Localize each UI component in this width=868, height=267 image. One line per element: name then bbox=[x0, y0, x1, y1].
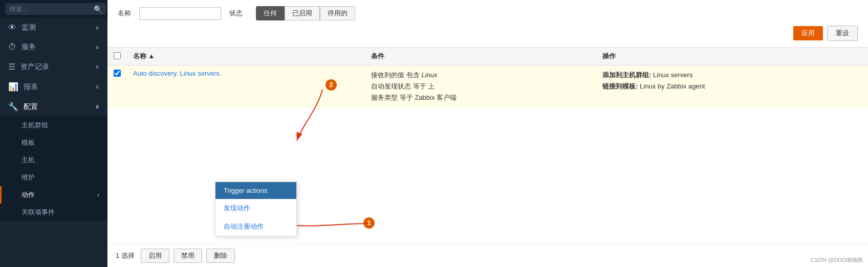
sidebar-item-report[interactable]: 📊 报表 ∨ bbox=[0, 77, 107, 97]
watermark: CSDN @DDD嘀嘀商 bbox=[811, 256, 863, 264]
condition-line: 接收到的值 包含 Linux bbox=[371, 70, 590, 81]
filter-bar: 名称 状态 任何 已启用 停用的 应用 重设 bbox=[107, 0, 868, 48]
sidebar-item-corr-events[interactable]: 关联项事件 bbox=[0, 204, 107, 221]
filter-row-2: 应用 重设 bbox=[118, 26, 858, 41]
submenu-label: 维护 bbox=[21, 173, 35, 182]
annotation-badge-2: 2 bbox=[326, 79, 337, 91]
sidebar-item-label: 报表 bbox=[24, 82, 38, 92]
status-filter-label: 状态 bbox=[229, 9, 243, 18]
sidebar-item-hosts[interactable]: 主机 bbox=[0, 151, 107, 169]
row-checkbox-cell bbox=[107, 65, 127, 108]
enable-button[interactable]: 启用 bbox=[141, 249, 169, 263]
sidebar: 🔍 👁 监测 ∨ ⏱ 服务 ∨ ☰ 资产记录 ∨ 📊 报表 ∨ 🔧 配置 ∧ 主… bbox=[0, 0, 107, 267]
config-icon: 🔧 bbox=[8, 102, 18, 112]
actions-table: 名称 ▲ 条件 操作 Auto discovery. Linu bbox=[107, 48, 868, 108]
header-operations-label: 操作 bbox=[602, 52, 616, 60]
disable-button[interactable]: 禁用 bbox=[173, 249, 202, 263]
main-content: 名称 状态 任何 已启用 停用的 应用 重设 名称 ▲ bbox=[107, 0, 868, 267]
service-icon: ⏱ bbox=[8, 42, 16, 52]
sidebar-item-label: 配置 bbox=[24, 102, 38, 112]
apply-button[interactable]: 应用 bbox=[793, 26, 823, 40]
sidebar-item-host-groups[interactable]: 主机群组 bbox=[0, 117, 107, 134]
chevron-down-icon: ∨ bbox=[95, 63, 99, 70]
sidebar-item-monitor[interactable]: 👁 监测 ∨ bbox=[0, 18, 107, 37]
search-bar[interactable]: 🔍 bbox=[0, 0, 107, 18]
select-count: 1 选择 bbox=[116, 251, 135, 260]
actions-dropdown: Trigger actions 发现动作 自动注册动作 bbox=[215, 182, 297, 236]
header-checkbox-col bbox=[107, 48, 127, 65]
sidebar-item-service[interactable]: ⏱ 服务 ∨ bbox=[0, 37, 107, 57]
dropdown-item-autoreg[interactable]: 自动注册动作 bbox=[215, 217, 296, 236]
status-btn-disabled[interactable]: 停用的 bbox=[320, 6, 355, 20]
delete-button[interactable]: 删除 bbox=[206, 249, 235, 263]
name-filter-input[interactable] bbox=[139, 7, 221, 20]
name-filter-label: 名称 bbox=[118, 9, 131, 18]
chevron-down-icon: ∨ bbox=[95, 25, 99, 31]
operation-line: 添加到主机群组: Linux servers bbox=[602, 70, 862, 81]
sidebar-item-label: 监测 bbox=[21, 23, 36, 32]
sidebar-item-label: 服务 bbox=[21, 42, 36, 52]
select-all-checkbox[interactable] bbox=[114, 52, 121, 59]
dropdown-item-trigger[interactable]: Trigger actions bbox=[215, 182, 296, 199]
condition-line: 自动发现状态 等于 上 bbox=[371, 81, 590, 92]
table-body: Auto discovery. Linux servers. 接收到的值 包含 … bbox=[107, 65, 868, 108]
submenu-label: 关联项事件 bbox=[21, 208, 55, 217]
submenu-label: 动作 bbox=[21, 190, 35, 199]
header-operations-col: 操作 bbox=[596, 48, 868, 65]
row-operations-cell: 添加到主机群组: Linux servers 链接到模板: Linux by Z… bbox=[596, 65, 868, 108]
reset-button[interactable]: 重设 bbox=[827, 26, 858, 41]
condition-line: 服务类型 等于 Zabbix 客户端 bbox=[371, 92, 590, 103]
header-conditions-label: 条件 bbox=[371, 52, 384, 60]
operation-line: 链接到模板: Linux by Zabbix agent bbox=[602, 81, 862, 92]
sidebar-item-actions[interactable]: 动作 ‹ bbox=[0, 186, 107, 204]
table-row: Auto discovery. Linux servers. 接收到的值 包含 … bbox=[107, 65, 868, 108]
submenu-label: 主机群组 bbox=[21, 121, 48, 130]
chevron-down-icon: ∨ bbox=[95, 83, 99, 90]
table-header-row: 名称 ▲ 条件 操作 bbox=[107, 48, 868, 65]
status-btn-any[interactable]: 任何 bbox=[256, 6, 285, 20]
filter-row-1: 名称 状态 任何 已启用 停用的 bbox=[118, 6, 858, 20]
status-btn-enabled[interactable]: 已启用 bbox=[285, 6, 320, 20]
search-input[interactable] bbox=[5, 3, 106, 15]
header-name-label: 名称 ▲ bbox=[133, 52, 155, 60]
dropdown-item-discovery[interactable]: 发现动作 bbox=[215, 199, 296, 217]
row-checkbox[interactable] bbox=[114, 70, 121, 77]
status-button-group: 任何 已启用 停用的 bbox=[256, 6, 355, 20]
chevron-up-icon: ∧ bbox=[95, 103, 99, 110]
chevron-down-icon: ∨ bbox=[95, 44, 99, 51]
action-name-link[interactable]: Auto discovery. Linux servers. bbox=[133, 70, 221, 77]
annotation-badge-1: 1 bbox=[363, 217, 375, 229]
sidebar-item-config[interactable]: 🔧 配置 ∧ bbox=[0, 97, 107, 117]
sidebar-item-assets[interactable]: ☰ 资产记录 ∨ bbox=[0, 57, 107, 77]
submenu-label: 主机 bbox=[21, 155, 35, 165]
row-conditions-cell: 接收到的值 包含 Linux 自动发现状态 等于 上 服务类型 等于 Zabbi… bbox=[365, 65, 596, 108]
sidebar-item-maintenance[interactable]: 维护 bbox=[0, 169, 107, 186]
monitor-icon: 👁 bbox=[8, 23, 16, 32]
assets-icon: ☰ bbox=[8, 62, 15, 72]
sidebar-item-label: 资产记录 bbox=[20, 62, 49, 72]
header-conditions-col: 条件 bbox=[365, 48, 596, 65]
config-submenu: 主机群组 模板 主机 维护 动作 ‹ 关联项事件 bbox=[0, 117, 107, 221]
sidebar-item-templates[interactable]: 模板 bbox=[0, 134, 107, 151]
action-bar: 1 选择 启用 禁用 删除 bbox=[107, 244, 868, 267]
submenu-label: 模板 bbox=[21, 138, 35, 147]
report-icon: 📊 bbox=[8, 82, 18, 92]
header-name-col: 名称 ▲ bbox=[127, 48, 365, 65]
chevron-left-icon: ‹ bbox=[97, 192, 99, 198]
